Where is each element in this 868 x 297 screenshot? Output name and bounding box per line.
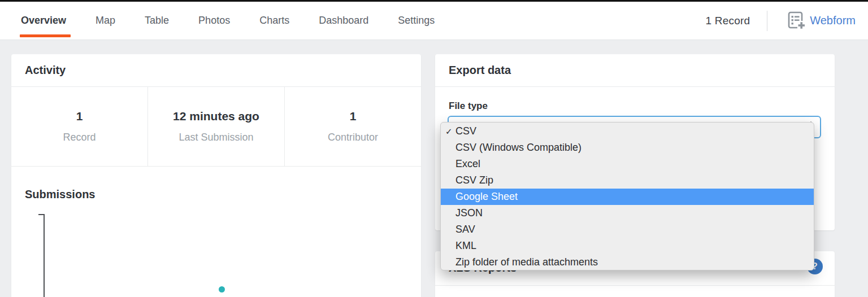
webform-button[interactable]: Webform — [788, 11, 856, 30]
file-type-label: File type — [449, 101, 835, 112]
tab-dashboard[interactable]: Dashboard — [319, 2, 368, 40]
dropdown-option-kml[interactable]: KML — [441, 238, 814, 254]
stat-contributor: 1Contributor — [285, 87, 421, 166]
stat-record: 1Record — [11, 87, 148, 166]
activity-stats-row: 1Record12 minutes agoLast Submission1Con… — [11, 87, 421, 167]
y-axis-line — [44, 214, 45, 297]
dropdown-option-csv[interactable]: ✓CSV — [441, 123, 814, 139]
navbar-divider — [767, 11, 767, 31]
stat-last-submission: 12 minutes agoLast Submission — [148, 87, 285, 166]
checkmark-icon: ✓ — [445, 123, 453, 139]
submissions-title: Submissions — [25, 188, 421, 201]
export-card-header: Export data — [435, 54, 835, 87]
file-type-dropdown-menu: ✓CSVCSV (Windows Compatible)ExcelCSV Zip… — [440, 122, 814, 270]
record-count: 1 Record — [706, 15, 750, 27]
dropdown-option-google-sheet[interactable]: Google Sheet — [441, 189, 814, 205]
activity-card-header: Activity — [11, 54, 421, 87]
tab-settings[interactable]: Settings — [398, 2, 435, 40]
stat-label: Contributor — [328, 132, 378, 143]
stat-value: 12 minutes ago — [173, 110, 259, 123]
nav-tabs: OverviewMapTablePhotosChartsDashboardSet… — [0, 2, 435, 40]
webform-icon — [788, 11, 805, 30]
tab-map[interactable]: Map — [96, 2, 115, 40]
dropdown-option-sav[interactable]: SAV — [441, 221, 814, 238]
dropdown-option-csv-windows-compatible-[interactable]: CSV (Windows Compatible) — [441, 139, 814, 156]
submission-data-point — [219, 286, 225, 292]
navbar-right-group: 1 Record Webform — [706, 2, 856, 40]
dropdown-option-excel[interactable]: Excel — [441, 156, 814, 172]
stat-value: 1 — [76, 110, 83, 123]
dropdown-option-json[interactable]: JSON — [441, 205, 814, 221]
top-navbar: OverviewMapTablePhotosChartsDashboardSet… — [0, 2, 868, 40]
xls-header-divider — [435, 285, 835, 286]
app-screen: OverviewMapTablePhotosChartsDashboardSet… — [0, 0, 868, 297]
tab-charts[interactable]: Charts — [259, 2, 289, 40]
tab-overview[interactable]: Overview — [21, 2, 66, 40]
stat-value: 1 — [350, 110, 357, 123]
webform-label: Webform — [810, 14, 856, 27]
dropdown-option-zip-folder-of-media-attachments[interactable]: Zip folder of media attachments — [441, 254, 814, 270]
tab-photos[interactable]: Photos — [198, 2, 230, 40]
stat-label: Record — [63, 132, 96, 143]
dropdown-option-csv-zip[interactable]: CSV Zip — [441, 172, 814, 189]
export-data-title: Export data — [449, 64, 511, 77]
submissions-chart — [11, 214, 421, 297]
stat-label: Last Submission — [179, 132, 253, 143]
activity-card: Activity 1Record12 minutes agoLast Submi… — [11, 54, 421, 297]
activity-title: Activity — [25, 64, 66, 77]
tab-table[interactable]: Table — [145, 2, 169, 40]
